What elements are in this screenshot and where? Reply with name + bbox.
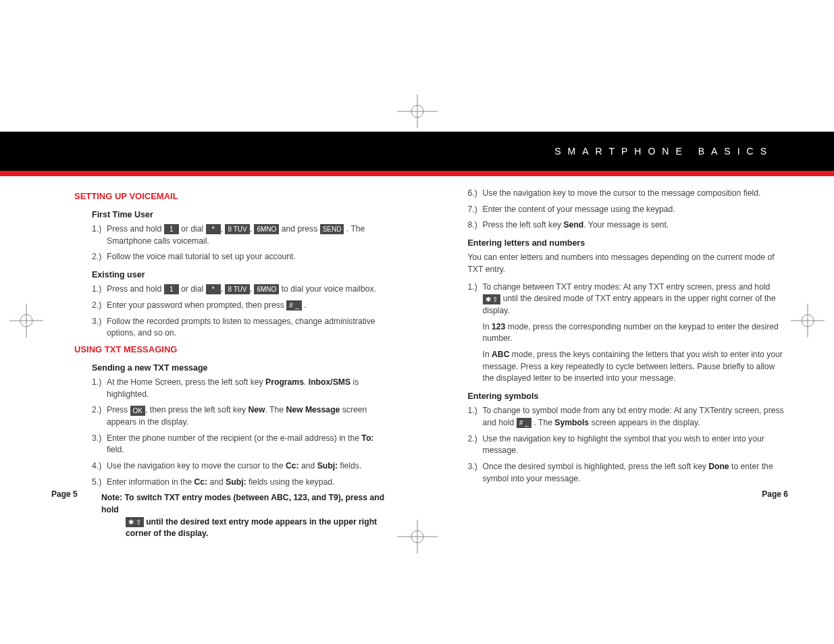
step-body: Enter the phone number of the recipient … [107,433,394,456]
t: Use the navigation key to move the curso… [107,461,286,471]
registration-mark-right [791,304,825,338]
ft-step2: 2.) Follow the voice mail tutorial to se… [92,251,394,263]
t: In [483,322,492,331]
t: mode, press the corresponding number on … [483,322,779,344]
key-hash-icon: # ⎯ [286,300,301,311]
letters-intro: You can enter letters and numbers into m… [468,252,787,275]
t: New Message [286,405,340,414]
t: Press [107,405,130,414]
t: fields using the keypad. [246,477,335,487]
t: To: [361,433,373,443]
t: 123 [492,322,505,331]
first-time-heading: First Time User [92,209,394,221]
key-1-icon: 1 [164,224,179,234]
content: SETTING UP VOICEMAIL First Time User 1.)… [74,188,787,509]
step-num: 3.) [92,433,107,456]
t: Enter your password when prompted, then … [107,300,286,310]
step-num: 5.) [92,477,107,489]
left-column: SETTING UP VOICEMAIL First Time User 1.)… [74,188,394,509]
step-body: Use the navigation key to highlight the … [483,433,787,457]
t: Cc: [286,461,299,471]
t: or dial [181,284,206,294]
right-column: 6.) Use the navigation key to move the c… [468,188,787,509]
step-num: 1.) [92,284,107,296]
r-step7: 7.) Enter the content of your message us… [468,204,787,216]
t: fields. [338,461,361,471]
key-star-icon: * [206,284,221,294]
step-num: 2.) [468,433,483,457]
key-star-icon: * [206,224,221,234]
section-voicemail-title: SETTING UP VOICEMAIL [74,190,394,203]
key-send-icon: SEND [320,224,344,234]
r-step8: 8.) Press the left soft key Send. Your m… [468,219,787,232]
step-num: 3.) [92,316,107,340]
t: mode, press the keys containing the lett… [483,350,783,383]
step-num: 8.) [468,219,483,232]
t: Enter the phone number of the recipient … [107,433,361,443]
step-body: Follow the recorded prompts to listen to… [107,316,394,340]
symbols-heading: Entering symbols [468,390,787,402]
step-num: 3.) [468,461,483,485]
step-body: Once the desired symbol is highlighted, … [483,461,787,485]
t: . [304,377,309,387]
send-step1: 1.) At the Home Screen, press the left s… [92,377,394,400]
sym-step1: 1.) To change to symbol mode from any tx… [468,405,787,429]
t: and [299,461,317,471]
t: Programs [265,377,304,387]
ex-step1: 1.) Press and hold 1 or dial *, 8 TUV, 6… [92,284,394,296]
key-starshift-icon: ✱ ⇧ [483,294,501,304]
header-title: SMARTPHONE BASICS [554,146,773,157]
registration-mark-top [397,95,438,128]
t: At the Home Screen, press the left soft … [107,377,265,387]
t: ABC [492,350,509,359]
t: Done [708,462,729,471]
t: Once the desired symbol is highlighted, … [483,462,709,471]
t: Cc: [194,477,207,487]
sym-step3: 3.) Once the desired symbol is highlight… [468,461,787,485]
step-body: Press the left soft key Send. Your messa… [483,219,787,232]
step-num: 6.) [468,188,483,200]
registration-mark-left [9,304,43,338]
step-num: 1.) [92,377,107,400]
step-body: Follow the voice mail tutorial to set up… [107,251,394,263]
letters-heading: Entering letters and numbers [468,237,787,249]
t: Symbols [554,418,589,427]
key-6-icon: 6MNO [254,284,279,294]
note-label: Note: [101,493,125,502]
section-txt-title: USING TXT MESSAGING [74,344,394,356]
step-body: Press and hold 1 or dial *, 8 TUV, 6MNO … [107,223,394,247]
key-6-icon: 6MNO [254,224,279,234]
red-rule [0,171,834,176]
key-hash-icon: # ⎯ [517,418,531,428]
t: screen appears in the display. [589,418,700,427]
t: Press the left soft key [483,220,564,230]
step-body: Use the navigation key to move the curso… [483,188,787,200]
note-line: until the desired text entry mode appear… [126,517,377,539]
t: . Your message is sent. [583,220,669,230]
send-step4: 4.) Use the navigation key to move the c… [92,460,394,473]
letters-abc: In ABC mode, press the keys containing t… [483,349,787,385]
ex-step2: 2.) Enter your password when prompted, t… [92,300,394,312]
step-num: 2.) [92,404,107,428]
registration-mark-bottom [397,520,438,554]
letters-step1: 1.) To change between TXT entry modes: A… [468,281,787,317]
t: Inbox/SMS [309,377,350,387]
step-body: Press OK, then press the left soft key N… [107,404,394,428]
letters-123: In 123 mode, press the corresponding num… [483,321,787,345]
t: , [250,284,255,294]
t: until the desired mode of TXT entry appe… [483,294,776,315]
t: Subj: [317,461,338,471]
page-number-left: Page 5 [51,489,78,499]
step-body: Press and hold 1 or dial *, 8 TUV, 6MNO … [107,284,394,296]
t: . The [533,418,554,427]
t: Press and hold [107,284,164,294]
existing-heading: Existing user [92,269,394,281]
t: Press and hold [107,224,164,234]
t: , [250,224,255,234]
t: , then press the left soft key [145,405,248,414]
t: and press [282,224,320,234]
t: To change between TXT entry modes: At an… [483,282,771,292]
step-num: 1.) [468,281,483,317]
step-num: 2.) [92,300,107,312]
t: field. [107,445,124,454]
